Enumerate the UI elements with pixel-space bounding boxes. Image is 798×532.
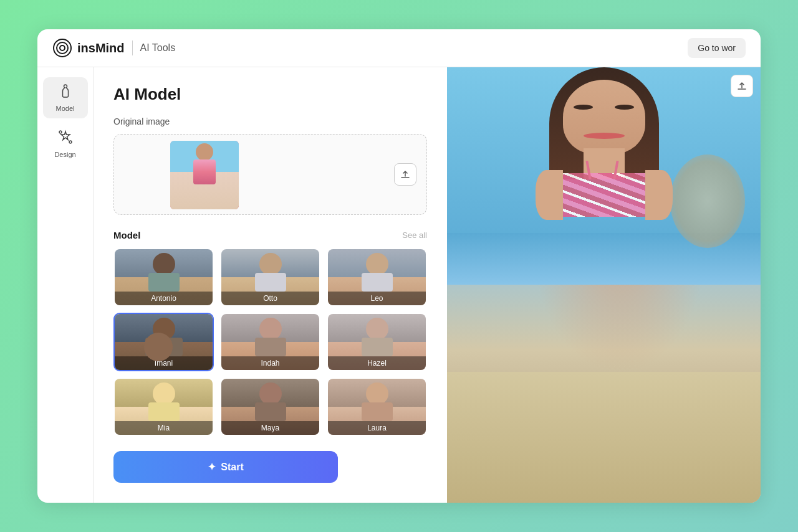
upload-button[interactable] [394, 163, 416, 186]
model-card-mia[interactable]: Mia [113, 378, 214, 436]
model-name-hazel: Hazel [328, 356, 426, 370]
header-left: insMind AI Tools [52, 38, 175, 58]
sidebar-item-design[interactable]: Design [43, 123, 88, 164]
model-name-laura: Laura [328, 421, 426, 435]
start-icon: ✦ [208, 461, 216, 473]
model-card-otto[interactable]: Otto [220, 248, 320, 306]
svg-point-2 [60, 45, 65, 50]
logo-icon [52, 38, 72, 58]
model-card-hazel[interactable]: Hazel [327, 313, 427, 371]
model-grid: Antonio Otto Leo [113, 248, 427, 436]
svg-point-4 [69, 141, 72, 143]
model-section-title: Model [113, 230, 140, 240]
design-icon [58, 130, 73, 148]
sidebar-design-label: Design [54, 151, 75, 158]
preview-upload-button[interactable] [731, 75, 753, 97]
preview-panel [447, 67, 761, 503]
original-image-label: Original image [113, 116, 427, 126]
model-section-header: Model See all [113, 230, 427, 240]
header-nav-label: AI Tools [140, 42, 176, 54]
go-to-work-button[interactable]: Go to wor [688, 38, 746, 58]
model-card-indah[interactable]: Indah [220, 313, 320, 371]
model-card-imani[interactable]: Imani [113, 313, 214, 371]
content-area: AI Model Original image [94, 67, 447, 503]
preview-background [447, 67, 761, 503]
sidebar-item-model[interactable]: Model [43, 77, 88, 118]
model-card-maya[interactable]: Maya [220, 378, 320, 436]
model-icon [58, 83, 73, 102]
model-name-leo: Leo [328, 292, 426, 305]
model-name-mia: Mia [115, 421, 213, 435]
upload-icon [400, 169, 411, 180]
svg-point-1 [57, 42, 68, 54]
upload-preview-image [170, 141, 239, 209]
model-name-antonio: Antonio [115, 292, 213, 305]
see-all-link[interactable]: See all [402, 230, 427, 240]
header-divider [132, 40, 133, 55]
start-label: Start [221, 462, 243, 473]
sidebar-model-label: Model [56, 105, 75, 112]
svg-point-3 [59, 131, 62, 133]
main-layout: Model Design AI Model Original image [37, 67, 761, 503]
model-name-indah: Indah [221, 356, 319, 370]
model-card-antonio[interactable]: Antonio [113, 248, 214, 306]
model-card-leo[interactable]: Leo [327, 248, 427, 306]
logo-text: insMind [77, 41, 125, 55]
sidebar: Model Design [37, 67, 94, 503]
logo: insMind [52, 38, 125, 58]
start-button[interactable]: ✦ Start [113, 451, 338, 483]
app-header: insMind AI Tools Go to wor [37, 29, 761, 67]
preview-upload-icon [736, 80, 748, 92]
model-name-otto: Otto [221, 292, 319, 305]
upload-area[interactable] [113, 134, 427, 215]
model-name-maya: Maya [221, 421, 319, 435]
model-card-laura[interactable]: Laura [327, 378, 427, 436]
page-title: AI Model [113, 85, 427, 104]
